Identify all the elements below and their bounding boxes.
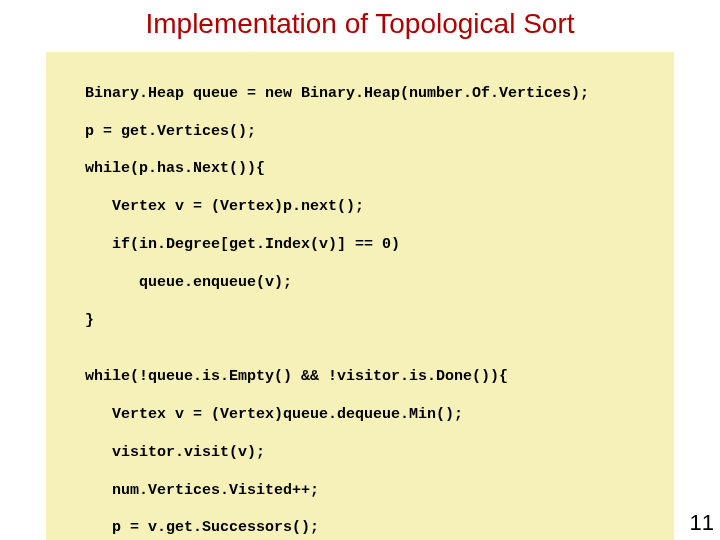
code-line: num.Vertices.Visited++;	[58, 482, 662, 501]
code-line: while(p.has.Next()){	[58, 160, 662, 179]
code-block: Binary.Heap queue = new Binary.Heap(numb…	[46, 52, 674, 540]
code-line: while(!queue.is.Empty() && !visitor.is.D…	[58, 368, 662, 387]
page-title: Implementation of Topological Sort	[0, 0, 720, 52]
code-line: if(in.Degree[get.Index(v)] == 0)	[58, 236, 662, 255]
code-line: Binary.Heap queue = new Binary.Heap(numb…	[58, 85, 662, 104]
code-line: Vertex v = (Vertex)p.next();	[58, 198, 662, 217]
code-line: queue.enqueue(v);	[58, 274, 662, 293]
code-line: p = v.get.Successors();	[58, 519, 662, 538]
code-line: Vertex v = (Vertex)queue.dequeue.Min();	[58, 406, 662, 425]
page-number: 11	[690, 510, 714, 536]
code-line: }	[58, 312, 662, 331]
code-line: p = get.Vertices();	[58, 123, 662, 142]
code-line: visitor.visit(v);	[58, 444, 662, 463]
